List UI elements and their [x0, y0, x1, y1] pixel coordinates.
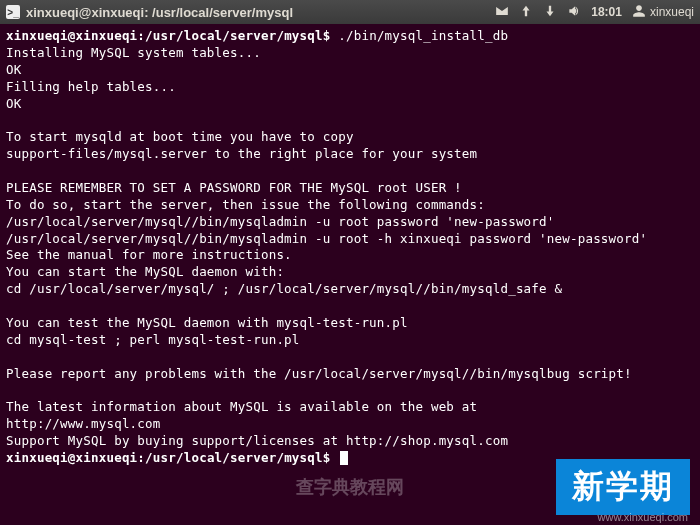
output-line: OK: [6, 62, 21, 77]
output-line: Installing MySQL system tables...: [6, 45, 261, 60]
prompt-sep: :: [137, 28, 145, 43]
terminal-output[interactable]: xinxueqi@xinxueqi:/usr/local/server/mysq…: [0, 24, 700, 471]
user-icon: [632, 4, 646, 21]
prompt-path: /usr/local/server/mysql: [145, 28, 323, 43]
prompt-user: xinxueqi@xinxueqi: [6, 28, 137, 43]
output-line: See the manual for more instructions.: [6, 247, 292, 262]
output-line: OK: [6, 96, 21, 111]
output-line: Please report any problems with the /usr…: [6, 366, 632, 381]
system-tray: 18:01 xinxueqi: [495, 4, 694, 21]
prompt-path: /usr/local/server/mysql: [145, 450, 323, 465]
output-line: To do so, start the server, then issue t…: [6, 197, 485, 212]
username-label: xinxueqi: [650, 5, 694, 19]
output-line: Filling help tables...: [6, 79, 176, 94]
output-line: Support MySQL by buying support/licenses…: [6, 433, 508, 448]
prompt-sep: :: [137, 450, 145, 465]
network-up-icon[interactable]: [519, 4, 533, 21]
output-line: You can test the MySQL daemon with mysql…: [6, 315, 408, 330]
output-line: /usr/local/server/mysql//bin/mysqladmin …: [6, 214, 555, 229]
output-line: cd mysql-test ; perl mysql-test-run.pl: [6, 332, 300, 347]
network-down-icon[interactable]: [543, 4, 557, 21]
watermark-url: www.xinxueqi.com: [598, 511, 688, 523]
command-text: ./bin/mysql_install_db: [338, 28, 508, 43]
prompt-dollar: $: [323, 450, 331, 465]
output-line: To start mysqld at boot time you have to…: [6, 129, 354, 144]
prompt-user: xinxueqi@xinxueqi: [6, 450, 137, 465]
output-line: cd /usr/local/server/mysql/ ; /usr/local…: [6, 281, 562, 296]
output-line: support-files/mysql.server to the right …: [6, 146, 477, 161]
output-line: You can start the MySQL daemon with:: [6, 264, 284, 279]
output-line: The latest information about MySQL is av…: [6, 399, 477, 414]
clock[interactable]: 18:01: [591, 5, 622, 19]
user-menu[interactable]: xinxueqi: [632, 4, 694, 21]
output-line: PLEASE REMEMBER TO SET A PASSWORD FOR TH…: [6, 180, 462, 195]
output-line: /usr/local/server/mysql//bin/mysqladmin …: [6, 231, 647, 246]
menubar: >_ xinxueqi@xinxueqi: /usr/local/server/…: [0, 0, 700, 24]
output-line: http://www.mysql.com: [6, 416, 161, 431]
cursor: [340, 451, 348, 465]
watermark-center: 查字典教程网: [296, 475, 404, 499]
volume-icon[interactable]: [567, 4, 581, 21]
terminal-icon: >_: [6, 5, 20, 19]
window-title: xinxueqi@xinxueqi: /usr/local/server/mys…: [26, 5, 293, 20]
prompt-dollar: $: [323, 28, 331, 43]
mail-icon[interactable]: [495, 4, 509, 21]
